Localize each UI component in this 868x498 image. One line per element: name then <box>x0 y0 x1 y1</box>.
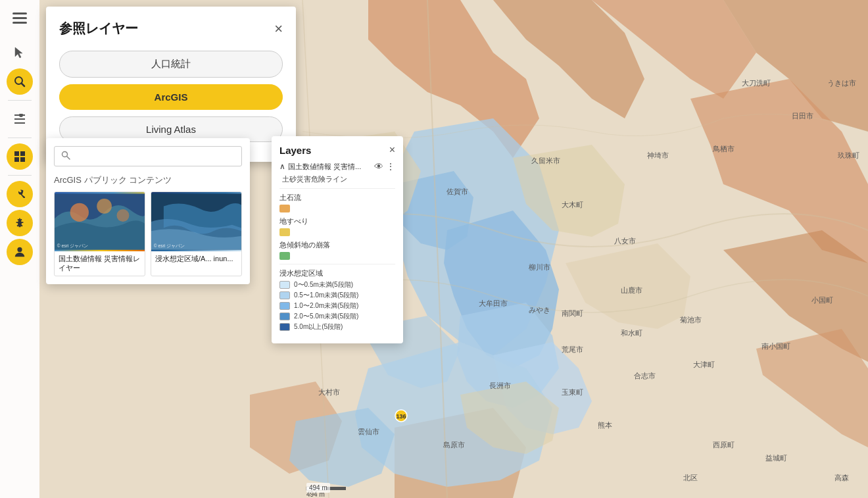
legend-item-3-2: 1.0〜2.0m未満(5段階) <box>279 301 395 311</box>
svg-text:北区: 北区 <box>683 474 698 482</box>
svg-point-59 <box>97 199 112 214</box>
legend-section-0: 土石流 <box>279 193 395 212</box>
legend-label-3-4: 5.0m以上(5段階) <box>294 322 343 332</box>
svg-text:© esri ジャパン: © esri ジャパン <box>154 243 185 248</box>
svg-text:大刀洗町: 大刀洗町 <box>742 79 771 87</box>
content-card-0[interactable]: © esri ジャパン 国土数値情報 災害情報レイヤー <box>54 191 145 276</box>
svg-rect-42 <box>12 22 27 24</box>
svg-line-44 <box>22 84 25 87</box>
layer-subtitle: 土砂災害危険ライン <box>279 174 395 184</box>
svg-text:八女市: 八女市 <box>614 237 636 245</box>
svg-text:みやき: みやき <box>529 306 550 314</box>
legend-swatch-0-0 <box>279 205 290 212</box>
ref-layer-panel-title: 参照レイヤー <box>59 20 138 37</box>
content-card-1[interactable]: © esri ジャパン 浸水想定区域/A... inun... <box>151 191 242 276</box>
legend-label-3-1: 0.5〜1.0m未満(5段階) <box>294 291 358 300</box>
legend-item-3-0: 0〜0.5m未満(5段階) <box>279 280 395 289</box>
legend-swatch-3-0 <box>279 281 290 289</box>
layers-panel: Layers × ∧ 国土数値情報 災害情... 👁 ⋮ 土砂災害危険ライン 土… <box>272 136 403 343</box>
svg-text:神埼市: 神埼市 <box>647 151 669 159</box>
layers-panel-title: Layers <box>279 145 311 156</box>
svg-text:熊本: 熊本 <box>598 421 612 429</box>
map-scale: 494 m <box>306 483 330 493</box>
svg-rect-51 <box>14 157 19 162</box>
more-options-icon[interactable]: ⋮ <box>386 161 395 172</box>
svg-line-56 <box>67 157 70 160</box>
svg-rect-40 <box>12 12 27 14</box>
legend-label-3-3: 2.0〜5.0m未満(5段階) <box>294 312 358 321</box>
legend-divider-0 <box>279 188 395 189</box>
content-card-img-1: © esri ジャパン <box>151 192 241 251</box>
grid-tool-button[interactable] <box>7 143 33 170</box>
layer-group-name: 国土数値情報 災害情... <box>288 162 372 172</box>
legend-divider-1 <box>279 264 395 264</box>
wrench-tool-button[interactable] <box>7 181 33 207</box>
legend-label-3-0: 0〜0.5m未満(5段階) <box>294 280 353 289</box>
legend-label-3-2: 1.0〜2.0m未満(5段階) <box>294 301 358 311</box>
select-tool-button[interactable] <box>7 39 33 66</box>
ref-btn-population[interactable]: 人口統計 <box>59 51 283 78</box>
layers-list-button[interactable] <box>7 106 33 132</box>
ref-layer-panel-close[interactable]: × <box>274 22 283 36</box>
svg-text:南関町: 南関町 <box>562 309 583 317</box>
legend-section-title-3: 浸水想定区域 <box>279 268 395 278</box>
ref-btn-arcgis[interactable]: ArcGIS <box>59 84 283 110</box>
legend-section-title-0: 土石流 <box>279 193 395 203</box>
separator-3 <box>8 175 32 176</box>
svg-rect-50 <box>20 151 25 156</box>
svg-text:合志市: 合志市 <box>634 372 656 380</box>
settings-tool-button[interactable] <box>7 210 33 236</box>
svg-text:柳川市: 柳川市 <box>529 263 550 271</box>
layer-group-icons: 👁 ⋮ <box>374 161 395 172</box>
layers-panel-header: Layers × <box>279 144 395 156</box>
content-card-label-1: 浸水想定区域/A... inun... <box>151 251 241 266</box>
svg-text:© esri ジャパン: © esri ジャパン <box>57 243 88 248</box>
search-icon <box>61 151 70 162</box>
svg-text:玖珠町: 玖珠町 <box>838 151 859 159</box>
content-card-img-0: © esri ジャパン <box>55 192 145 251</box>
svg-text:玉東町: 玉東町 <box>562 388 583 396</box>
svg-text:うきは市: うきは市 <box>827 79 856 87</box>
svg-rect-49 <box>14 151 19 156</box>
legend-swatch-1-0 <box>279 228 290 236</box>
svg-text:菊池市: 菊池市 <box>680 316 702 324</box>
legend-section-title-2: 急傾斜地の崩落 <box>279 240 395 250</box>
layers-panel-close[interactable]: × <box>389 144 395 156</box>
svg-text:西原町: 西原町 <box>713 441 735 449</box>
svg-text:島原市: 島原市 <box>443 441 465 449</box>
search-bar <box>54 146 242 166</box>
hamburger-menu[interactable] <box>7 5 33 32</box>
user-tool-button[interactable] <box>7 239 33 265</box>
content-panel: ArcGIS パブリック コンテンツ © esri ジャパン 国土数値情報 災害… <box>46 138 250 284</box>
content-grid: © esri ジャパン 国土数値情報 災害情報レイヤー © esri ジャパン … <box>54 191 242 276</box>
svg-text:佐賀市: 佐賀市 <box>446 187 468 195</box>
content-section-label: ArcGIS パブリック コンテンツ <box>54 174 242 186</box>
visibility-icon[interactable]: 👁 <box>374 161 383 172</box>
legend-swatch-3-3 <box>279 312 290 320</box>
svg-text:益城町: 益城町 <box>765 454 787 462</box>
chevron-down-icon: ∧ <box>279 162 285 171</box>
svg-text:鳥栖市: 鳥栖市 <box>712 145 735 153</box>
svg-text:136: 136 <box>396 413 406 420</box>
svg-text:小国町: 小国町 <box>811 296 833 304</box>
layer-group-header: ∧ 国土数値情報 災害情... 👁 ⋮ <box>279 161 395 172</box>
ref-layer-panel-header: 参照レイヤー × <box>59 20 283 37</box>
separator-2 <box>8 137 32 138</box>
svg-text:大村市: 大村市 <box>318 388 340 396</box>
legend-swatch-2-0 <box>279 252 290 260</box>
legend-section-1: 地すべり <box>279 216 395 236</box>
svg-text:大津町: 大津町 <box>693 361 715 368</box>
legend-swatch-3-1 <box>279 291 290 299</box>
legend-section-3: 浸水想定区域 0〜0.5m未満(5段階) 0.5〜1.0m未満(5段階) 1.0… <box>279 268 395 332</box>
svg-point-58 <box>70 203 89 222</box>
svg-text:山鹿市: 山鹿市 <box>621 286 642 294</box>
search-input[interactable] <box>74 151 235 162</box>
svg-rect-52 <box>20 157 25 162</box>
legend-item-2-0 <box>279 252 395 260</box>
svg-text:大木町: 大木町 <box>562 201 583 209</box>
search-tool-button[interactable] <box>7 68 33 95</box>
legend-item-1-0 <box>279 228 395 236</box>
svg-text:大牟田市: 大牟田市 <box>479 299 508 307</box>
svg-point-48 <box>19 114 23 117</box>
legend-item-0-0 <box>279 205 395 212</box>
